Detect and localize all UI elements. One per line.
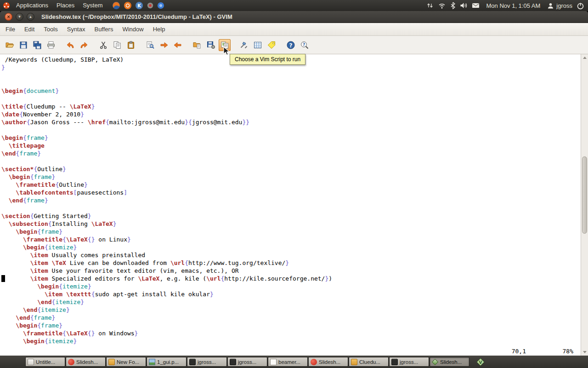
open-file-button[interactable] <box>4 39 16 51</box>
build-tags-button[interactable] <box>252 39 264 51</box>
scrollbar-thumb[interactable] <box>582 156 587 234</box>
kile-launcher-icon[interactable]: K <box>135 1 143 10</box>
code-line: \end{frame} <box>1 196 581 204</box>
taskbar-button[interactable]: beamer... <box>268 357 308 367</box>
undo-icon <box>66 40 75 50</box>
code-line: \date{November 2, 2010} <box>1 110 581 118</box>
jump-to-tag-button[interactable] <box>266 39 277 51</box>
find-replace-button[interactable] <box>144 39 156 51</box>
menu-syntax[interactable]: Syntax <box>62 23 90 35</box>
find-help-button[interactable]: ? <box>299 39 311 51</box>
help-icon: ? <box>286 40 295 50</box>
load-session-button[interactable] <box>191 39 203 51</box>
code-line: \frametitle{\LaTeX{} on Windows} <box>1 329 581 337</box>
make-button[interactable] <box>238 39 250 51</box>
taskbar-button-label: Slidesh... <box>440 359 462 365</box>
menu-edit[interactable]: Edit <box>20 23 39 35</box>
window-title: Slideshow.tex (~/Dropbox/MIT/2010-2011/C… <box>41 13 232 20</box>
save-all-button[interactable] <box>31 39 43 51</box>
menu-help[interactable]: Help <box>148 23 170 35</box>
code-line <box>1 95 581 103</box>
find-prev-button[interactable] <box>172 39 184 51</box>
vim-block-cursor <box>1 275 5 282</box>
menu-file[interactable]: File <box>1 23 20 35</box>
find-next-icon <box>159 40 169 50</box>
taskbar-button[interactable]: Slidesh... <box>308 357 348 367</box>
taskbar-button[interactable]: Untitle... <box>25 357 65 367</box>
taskbar-button[interactable]: Slidesh... <box>430 357 469 367</box>
text-area[interactable]: /Keywords (Cluedump, SIBP, LaTeX)}\begin… <box>0 54 581 356</box>
gvim-titlebar[interactable]: × ▾ ▴ Slideshow.tex (~/Dropbox/MIT/2010-… <box>0 11 588 23</box>
scrollbar-up-arrow[interactable] <box>581 55 588 61</box>
redo-button[interactable] <box>78 39 90 51</box>
power-icon[interactable] <box>577 2 584 10</box>
minimize-button[interactable]: ▾ <box>16 13 23 21</box>
maximize-button[interactable]: ▴ <box>27 13 34 21</box>
gvim-tray-icon[interactable]: V <box>476 358 485 366</box>
paste-icon <box>126 40 136 50</box>
mail-icon[interactable] <box>472 2 480 9</box>
image-icon <box>149 359 155 365</box>
save-all-icon <box>33 40 42 50</box>
distro-logo-icon[interactable] <box>3 2 10 9</box>
menu-tools[interactable]: Tools <box>39 23 62 35</box>
gvim-menubar: File Edit Tools Syntax Buffers Window He… <box>0 23 588 36</box>
vim-icon: V <box>476 358 485 366</box>
help-button[interactable]: ? <box>285 39 297 51</box>
menu-buffers[interactable]: Buffers <box>90 23 118 35</box>
places-menu[interactable]: Places <box>52 0 79 11</box>
applications-menu[interactable]: Applications <box>12 0 52 11</box>
menu-window[interactable]: Window <box>118 23 148 35</box>
code-line <box>1 204 581 212</box>
bluetooth-icon[interactable] <box>450 2 456 9</box>
firefox-launcher-icon[interactable] <box>112 1 120 10</box>
code-line: \item \texttt{sudo apt-get install kile … <box>1 290 581 298</box>
folder-icon <box>108 359 115 365</box>
wifi-icon[interactable] <box>438 2 446 9</box>
taskbar-button[interactable]: jgross... <box>187 357 227 367</box>
taskbar-button-label: 1_gui.p... <box>157 359 179 365</box>
code-line <box>1 71 581 79</box>
text-editor-icon <box>28 359 34 365</box>
code-line: \section{Getting Started} <box>1 212 581 220</box>
cut-button[interactable] <box>97 39 109 51</box>
copy-button[interactable] <box>111 39 123 51</box>
find-replace-icon <box>146 40 155 50</box>
launcher-icon-2[interactable] <box>157 2 164 9</box>
scrollbar[interactable] <box>581 54 588 356</box>
network-updown-icon[interactable] <box>426 2 434 9</box>
code-line: \title{Cluedump -- \LaTeX} <box>1 103 581 110</box>
ubuntuone-launcher-icon[interactable] <box>124 1 132 10</box>
vim-icon <box>432 358 438 365</box>
paste-button[interactable] <box>125 39 137 51</box>
save-session-icon <box>206 40 215 50</box>
taskbar-button-label: Slidesh... <box>76 359 98 365</box>
taskbar-button[interactable]: Slidesh... <box>66 357 106 367</box>
taskbar-button[interactable]: jgross... <box>389 357 429 367</box>
close-button[interactable]: × <box>5 13 12 21</box>
save-file-button[interactable] <box>17 39 29 51</box>
launcher-icon[interactable] <box>147 2 154 9</box>
system-menu[interactable]: System <box>79 0 107 11</box>
code-line: \section*{Outline} <box>1 165 581 173</box>
taskbar-button[interactable]: 1_gui.p... <box>147 357 187 367</box>
document-icon <box>270 359 277 365</box>
taskbar-button-label: Untitle... <box>36 359 55 365</box>
scrollbar-down-arrow[interactable] <box>581 349 588 355</box>
open-file-icon <box>5 40 14 50</box>
print-button[interactable] <box>45 39 57 51</box>
gnome-bottom-panel: Untitle...Slidesh...New Fo...1_gui.p...j… <box>0 356 588 368</box>
pdf-icon <box>311 359 317 365</box>
find-next-button[interactable] <box>158 39 170 51</box>
gvim-toolbar: ? ? <box>0 36 588 54</box>
save-session-button[interactable] <box>205 39 217 51</box>
taskbar-button[interactable]: New Fo... <box>106 357 146 367</box>
gnome-top-panel: Applications Places System K Mon Nov 1, … <box>0 0 588 11</box>
find-help-icon: ? <box>300 40 309 50</box>
undo-button[interactable] <box>64 39 76 51</box>
user-menu[interactable]: jgross <box>547 2 572 9</box>
volume-icon[interactable] <box>460 2 468 9</box>
taskbar-button[interactable]: jgross... <box>227 357 267 367</box>
taskbar-button[interactable]: Cluedu... <box>349 357 389 367</box>
panel-clock[interactable]: Mon Nov 1, 1:05 AM <box>484 2 543 9</box>
